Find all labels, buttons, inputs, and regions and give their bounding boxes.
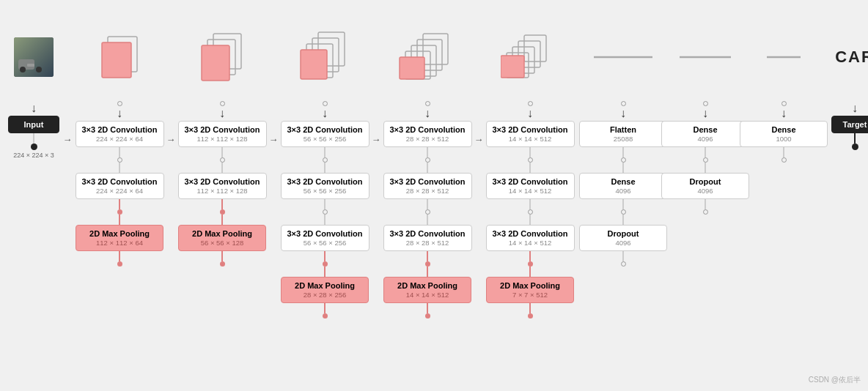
- svg-rect-19: [400, 57, 424, 79]
- col8-icon: [767, 13, 801, 101]
- col8: ↓ Dense 1000: [751, 13, 817, 163]
- target-column: CAR ↓ Target: [825, 13, 868, 150]
- col5-icon: [501, 13, 559, 101]
- col6-icon: [594, 13, 652, 101]
- col1: ↓ 3×3 2D Convolution 224 × 224 × 64 3×3 …: [72, 13, 167, 267]
- col2: ↓ 3×3 2D Convolution 112 × 112 × 128 3×3…: [174, 13, 270, 267]
- line-v-0: [33, 133, 34, 144]
- col1-line-0: [119, 147, 120, 157]
- col5: ↓ 3×3 2D Convolution 14 × 14 × 512 3×3 2…: [482, 13, 578, 319]
- col6-node-0: Flatten 25088: [579, 121, 667, 147]
- svg-rect-3: [27, 64, 34, 67]
- target-node: Target: [831, 116, 869, 133]
- col5-node-0: 3×3 2D Convolution 14 × 14 × 512: [486, 121, 575, 147]
- col3-node-2: 3×3 2D Convolution 56 × 56 × 256: [281, 225, 369, 251]
- input-node: Input: [8, 116, 59, 133]
- target-label-text: Target: [838, 120, 869, 129]
- input-label: Input: [15, 120, 53, 129]
- svg-rect-10: [202, 45, 229, 81]
- col4-node-2: 3×3 2D Convolution 28 × 28 × 512: [383, 225, 472, 251]
- col7-node-1: Dropout 4096: [661, 173, 749, 199]
- dot-input: [31, 144, 37, 150]
- col2-node-1: 3×3 2D Convolution 112 × 112 × 128: [178, 173, 267, 199]
- col5-node-1: 3×3 2D Convolution 14 × 14 × 512: [486, 173, 575, 199]
- svg-point-4: [20, 67, 26, 72]
- col6-node-1: Dense 4096: [579, 173, 667, 199]
- col1-node-0: 3×3 2D Convolution 224 × 224 × 64: [76, 121, 164, 147]
- col4-node-0: 3×3 2D Convolution 28 × 28 × 512: [383, 121, 472, 147]
- col4: ↓ 3×3 2D Convolution 28 × 28 × 512 3×3 2…: [380, 13, 475, 319]
- h-arrow-1: →: [167, 134, 174, 145]
- col4-icon: [397, 13, 458, 101]
- svg-rect-24: [501, 56, 524, 78]
- col4-node-3: 2D Max Pooling 14 × 14 × 512: [383, 277, 471, 303]
- col1-dot-top: [117, 101, 122, 106]
- col3-icon: [296, 13, 353, 101]
- col1-icon: [96, 13, 143, 101]
- col1-node-1: 3×3 2D Convolution 224 × 224 × 64: [76, 173, 164, 199]
- input-icon: [14, 13, 54, 101]
- col5-node-3: 2D Max Pooling 7 × 7 × 512: [486, 277, 574, 303]
- col2-node-2: 2D Max Pooling 56 × 56 × 128: [178, 225, 266, 251]
- col7-node-0: Dense 4096: [661, 121, 749, 147]
- svg-rect-7: [102, 42, 131, 78]
- svg-rect-20: [524, 35, 546, 62]
- col2-icon: [196, 13, 249, 101]
- col1-arrow: ↓: [117, 108, 122, 119]
- col3-node-3: 2D Max Pooling 28 × 28 × 256: [281, 277, 369, 303]
- main-container: ↓ Input 224 × 224 × 3 → ↓: [0, 0, 868, 391]
- input-column: ↓ Input 224 × 224 × 3: [4, 13, 63, 159]
- col5-node-2: 3×3 2D Convolution 14 × 14 × 512: [486, 225, 575, 251]
- col6: ↓ Flatten 25088 Dense 4096 Dropout: [586, 13, 660, 267]
- svg-rect-1: [14, 37, 54, 77]
- watermark: CSDN @依后半: [809, 375, 861, 385]
- col3-node-1: 3×3 2D Convolution 56 × 56 × 256: [281, 173, 369, 199]
- col3: ↓ 3×3 2D Convolution 56 × 56 × 256 3×3 2…: [277, 13, 372, 319]
- svg-rect-14: [301, 50, 327, 79]
- col6-node-2: Dropout 4096: [579, 225, 667, 251]
- svg-rect-15: [423, 34, 448, 64]
- target-car-label: CAR: [835, 48, 868, 67]
- col1-nodes: 3×3 2D Convolution 224 × 224 × 64 3×3 2D…: [76, 121, 164, 267]
- col7-icon: [680, 13, 731, 101]
- arrow-0: ↓: [31, 103, 37, 114]
- target-icon: CAR: [835, 13, 868, 101]
- h-arrow-0: →: [63, 134, 72, 145]
- col3-node-0: 3×3 2D Convolution 56 × 56 × 256: [281, 121, 369, 147]
- col2-node-0: 3×3 2D Convolution 112 × 112 × 128: [178, 121, 267, 147]
- col8-node-0: Dense 1000: [740, 121, 828, 147]
- svg-point-5: [36, 67, 42, 72]
- col1-node-2: 2D Max Pooling 112 × 112 × 64: [76, 225, 163, 251]
- col7: ↓ Dense 4096 Dropout 4096: [669, 13, 742, 215]
- col4-node-1: 3×3 2D Convolution 28 × 28 × 512: [383, 173, 472, 199]
- input-dim: 224 × 224 × 3: [13, 152, 54, 159]
